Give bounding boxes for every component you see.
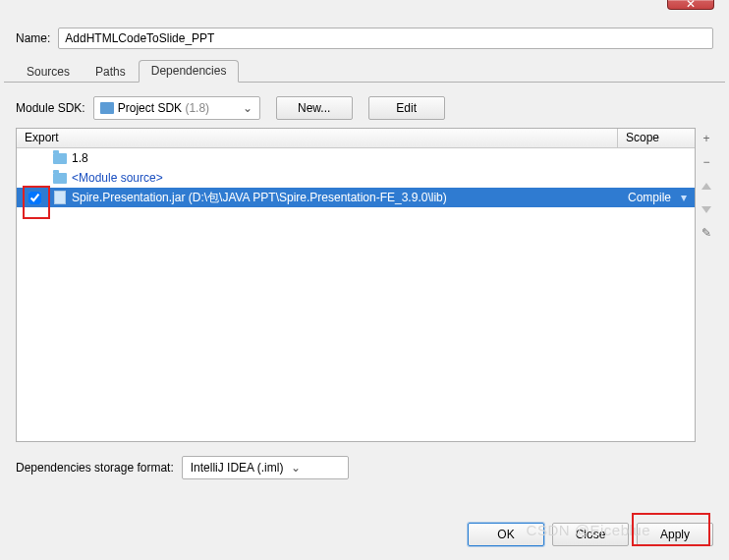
dep-row-module-source[interactable]: <Module source>: [17, 168, 695, 188]
move-up-button[interactable]: [698, 177, 715, 195]
module-sdk-label: Module SDK:: [16, 101, 85, 115]
tab-dependencies[interactable]: Dependencies: [139, 60, 240, 83]
storage-format-label: Dependencies storage format:: [16, 461, 174, 475]
dep-label: <Module source>: [72, 171, 602, 185]
sdk-icon: [100, 102, 114, 114]
dep-scope[interactable]: Compile: [606, 191, 677, 204]
minus-icon: −: [702, 155, 709, 169]
col-header-scope[interactable]: Scope: [618, 129, 695, 147]
dep-label: Spire.Presentation.jar (D:\包\JAVA PPT\Sp…: [72, 190, 602, 206]
col-header-export[interactable]: Export: [17, 129, 618, 147]
close-icon: ✕: [686, 0, 696, 11]
storage-format-combo[interactable]: IntelliJ IDEA (.iml) ⌄: [182, 456, 349, 479]
apply-button[interactable]: Apply: [637, 523, 713, 546]
sdk-new-button[interactable]: New...: [276, 96, 353, 120]
name-label: Name:: [16, 31, 50, 45]
tab-sources[interactable]: Sources: [14, 61, 83, 83]
name-input[interactable]: [58, 28, 713, 49]
storage-format-value: IntelliJ IDEA (.iml): [191, 461, 284, 475]
plus-icon: +: [702, 132, 709, 145]
window-close-button[interactable]: ✕: [667, 0, 714, 10]
move-down-button[interactable]: [698, 200, 715, 218]
triangle-up-icon: [701, 183, 711, 190]
dep-row-spire-jar[interactable]: Spire.Presentation.jar (D:\包\JAVA PPT\Sp…: [17, 188, 695, 207]
chevron-down-icon: ⌄: [240, 101, 255, 115]
chevron-down-icon: ▾: [681, 191, 691, 204]
dep-export-checkbox[interactable]: [28, 192, 41, 204]
tabs-rail: Sources Paths Dependencies: [4, 59, 725, 83]
ok-button[interactable]: OK: [468, 523, 544, 546]
jar-icon: [54, 191, 66, 204]
triangle-down-icon: [701, 206, 711, 213]
close-button[interactable]: Close: [552, 523, 629, 546]
add-dependency-button[interactable]: +: [698, 130, 715, 147]
dep-label: 1.8: [72, 151, 602, 165]
edit-dependency-button[interactable]: ✎: [698, 224, 715, 242]
chevron-down-icon: ⌄: [289, 461, 303, 475]
dep-row-sdk[interactable]: 1.8: [17, 148, 695, 168]
module-sdk-value: Project SDK (1.8): [118, 101, 236, 115]
remove-dependency-button[interactable]: −: [698, 153, 715, 171]
folder-icon: [53, 173, 67, 184]
tab-paths[interactable]: Paths: [83, 61, 139, 83]
module-sdk-combo[interactable]: Project SDK (1.8) ⌄: [93, 96, 260, 120]
folder-icon: [53, 153, 67, 164]
pencil-icon: ✎: [701, 226, 711, 240]
dependencies-table: Export Scope 1.8 <Module source>: [16, 128, 696, 442]
sdk-edit-button[interactable]: Edit: [368, 96, 445, 120]
